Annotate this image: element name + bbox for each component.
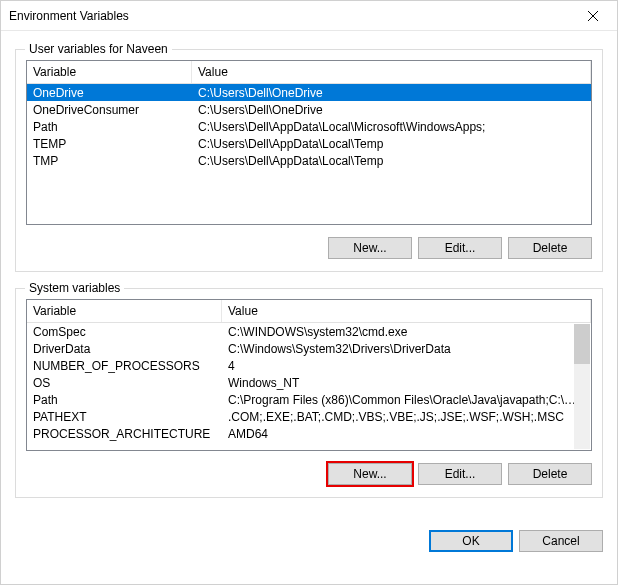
variable-value-cell: 4 xyxy=(222,358,591,374)
system-new-button[interactable]: New... xyxy=(328,463,412,485)
system-variables-group: System variables Variable Value ComSpecC… xyxy=(15,288,603,498)
close-icon xyxy=(588,11,598,21)
system-variables-label: System variables xyxy=(25,281,124,295)
table-row[interactable]: PathC:\Program Files (x86)\Common Files\… xyxy=(27,391,591,408)
table-row[interactable]: OSWindows_NT xyxy=(27,374,591,391)
user-variables-table[interactable]: Variable Value OneDriveC:\Users\Dell\One… xyxy=(26,60,592,225)
variable-value-cell: C:\Users\Dell\OneDrive xyxy=(192,102,591,118)
variable-name-cell: Path xyxy=(27,392,222,408)
variable-name-cell: TMP xyxy=(27,153,192,169)
variable-name-cell: ComSpec xyxy=(27,324,222,340)
variable-value-cell: Windows_NT xyxy=(222,375,591,391)
variable-name-cell: DriverData xyxy=(27,341,222,357)
table-row[interactable]: DriverDataC:\Windows\System32\Drivers\Dr… xyxy=(27,340,591,357)
column-variable[interactable]: Variable xyxy=(27,300,222,322)
variable-value-cell: C:\WINDOWS\system32\cmd.exe xyxy=(222,324,591,340)
variable-value-cell: .COM;.EXE;.BAT;.CMD;.VBS;.VBE;.JS;.JSE;.… xyxy=(222,409,591,425)
system-edit-button[interactable]: Edit... xyxy=(418,463,502,485)
user-variables-group: User variables for Naveen Variable Value… xyxy=(15,49,603,272)
user-button-row: New... Edit... Delete xyxy=(26,237,592,259)
user-variables-label: User variables for Naveen xyxy=(25,42,172,56)
dialog-button-row: OK Cancel xyxy=(1,526,617,564)
user-edit-button[interactable]: Edit... xyxy=(418,237,502,259)
table-header: Variable Value xyxy=(27,300,591,323)
table-row[interactable]: PathC:\Users\Dell\AppData\Local\Microsof… xyxy=(27,118,591,135)
system-button-row: New... Edit... Delete xyxy=(26,463,592,485)
table-header: Variable Value xyxy=(27,61,591,84)
environment-variables-dialog: Environment Variables User variables for… xyxy=(0,0,618,585)
titlebar: Environment Variables xyxy=(1,1,617,31)
variable-name-cell: PATHEXT xyxy=(27,409,222,425)
window-title: Environment Variables xyxy=(9,9,570,23)
variable-name-cell: Path xyxy=(27,119,192,135)
variable-name-cell: TEMP xyxy=(27,136,192,152)
variable-name-cell: NUMBER_OF_PROCESSORS xyxy=(27,358,222,374)
table-row[interactable]: PROCESSOR_ARCHITECTUREAMD64 xyxy=(27,425,591,442)
system-variables-table[interactable]: Variable Value ComSpecC:\WINDOWS\system3… xyxy=(26,299,592,451)
variable-value-cell: AMD64 xyxy=(222,426,591,442)
table-row[interactable]: TEMPC:\Users\Dell\AppData\Local\Temp xyxy=(27,135,591,152)
variable-value-cell: C:\Program Files (x86)\Common Files\Orac… xyxy=(222,392,591,408)
variable-name-cell: OS xyxy=(27,375,222,391)
variable-name-cell: PROCESSOR_ARCHITECTURE xyxy=(27,426,222,442)
table-row[interactable]: ComSpecC:\WINDOWS\system32\cmd.exe xyxy=(27,323,591,340)
scrollbar-thumb[interactable] xyxy=(574,324,590,364)
dialog-content: User variables for Naveen Variable Value… xyxy=(1,31,617,526)
variable-name-cell: OneDriveConsumer xyxy=(27,102,192,118)
table-row[interactable]: OneDriveC:\Users\Dell\OneDrive xyxy=(27,84,591,101)
variable-value-cell: C:\Users\Dell\AppData\Local\Temp xyxy=(192,136,591,152)
table-row[interactable]: OneDriveConsumerC:\Users\Dell\OneDrive xyxy=(27,101,591,118)
close-button[interactable] xyxy=(570,2,615,30)
variable-value-cell: C:\Users\Dell\AppData\Local\Temp xyxy=(192,153,591,169)
variable-name-cell: OneDrive xyxy=(27,85,192,101)
ok-button[interactable]: OK xyxy=(429,530,513,552)
scrollbar[interactable] xyxy=(574,324,590,449)
variable-value-cell: C:\Users\Dell\OneDrive xyxy=(192,85,591,101)
variable-value-cell: C:\Windows\System32\Drivers\DriverData xyxy=(222,341,591,357)
user-delete-button[interactable]: Delete xyxy=(508,237,592,259)
column-variable[interactable]: Variable xyxy=(27,61,192,83)
column-value[interactable]: Value xyxy=(192,61,591,83)
table-row[interactable]: NUMBER_OF_PROCESSORS4 xyxy=(27,357,591,374)
system-delete-button[interactable]: Delete xyxy=(508,463,592,485)
user-new-button[interactable]: New... xyxy=(328,237,412,259)
column-value[interactable]: Value xyxy=(222,300,591,322)
variable-value-cell: C:\Users\Dell\AppData\Local\Microsoft\Wi… xyxy=(192,119,591,135)
table-row[interactable]: PATHEXT.COM;.EXE;.BAT;.CMD;.VBS;.VBE;.JS… xyxy=(27,408,591,425)
user-table-body: OneDriveC:\Users\Dell\OneDriveOneDriveCo… xyxy=(27,84,591,224)
system-table-body: ComSpecC:\WINDOWS\system32\cmd.exeDriver… xyxy=(27,323,591,450)
table-row[interactable]: TMPC:\Users\Dell\AppData\Local\Temp xyxy=(27,152,591,169)
cancel-button[interactable]: Cancel xyxy=(519,530,603,552)
